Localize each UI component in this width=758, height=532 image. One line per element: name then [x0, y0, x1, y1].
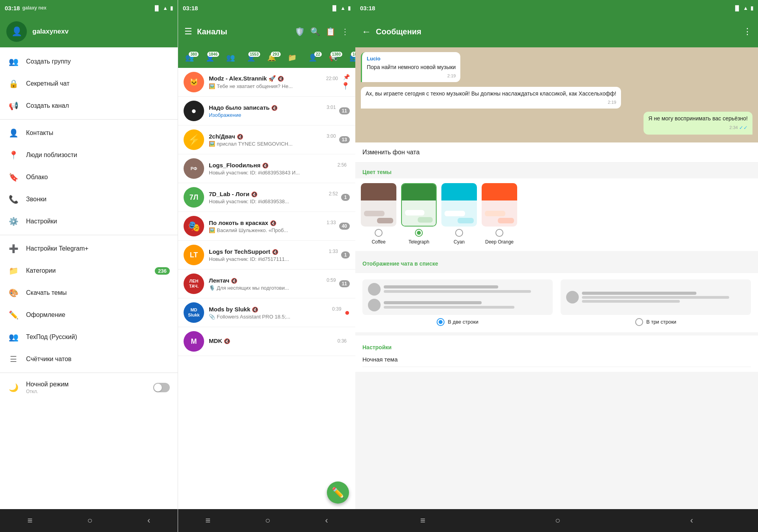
- channel-info-8: Лентач 🔇 0:59 🎙️ Для неспящих мы подгото…: [209, 277, 336, 291]
- sidebar-item-categories[interactable]: 📁 Категории 236: [0, 260, 178, 282]
- two-lines-radio[interactable]: [437, 318, 445, 326]
- cat-tab-1[interactable]: 👤 1846: [200, 51, 220, 64]
- swatch-radio-telegraph[interactable]: [415, 229, 423, 237]
- nav-circle-sidebar[interactable]: ○: [79, 512, 100, 529]
- cat-tab-7[interactable]: 📢 1380: [323, 51, 343, 64]
- preview-text-7: Новый участник: ID: #id7517111...: [209, 256, 289, 262]
- swatch-radio-cyan[interactable]: [455, 229, 463, 237]
- nav-back-messages[interactable]: ‹: [682, 512, 701, 529]
- theme-swatch-coffee[interactable]: Coffee: [361, 183, 396, 245]
- cat-tab-8[interactable]: 👥 1846: [344, 51, 355, 64]
- two-lines-preview: [362, 279, 553, 315]
- nav-home-messages[interactable]: ≡: [412, 512, 433, 529]
- fab-compose-channels[interactable]: ✏️: [327, 481, 349, 504]
- channels-more-icon[interactable]: ⋮: [341, 27, 349, 36]
- channel-item-7[interactable]: LT Logs for TechSupport 🔇 1:33 Новый уча…: [178, 241, 355, 270]
- nav-back-channels[interactable]: ‹: [317, 512, 336, 529]
- two-lines-preview-line-2: [384, 306, 514, 309]
- battery-icon-ch: ▮: [348, 5, 351, 11]
- swatch-radio-coffee[interactable]: [375, 229, 383, 237]
- messages-panel: 03:18 ▐▌ ▲ ▮ ← Сообщения ⋮ Lucio Пора на…: [355, 0, 758, 532]
- channels-menu-btn[interactable]: ☰: [184, 26, 192, 37]
- theme-swatch-cyan[interactable]: Cyan: [441, 183, 477, 245]
- swatch-radio-deep-orange[interactable]: [495, 229, 503, 237]
- cat-tab-6[interactable]: 👤 22: [303, 51, 323, 64]
- cat-tab-2[interactable]: 👥: [221, 51, 240, 64]
- nav-home-channels[interactable]: ≡: [197, 512, 218, 529]
- sidebar-item-telegram-plus[interactable]: ➕ Настройки Telegram+: [0, 238, 178, 260]
- sidebar-item-secret-chat[interactable]: 🔒 Секретный чат: [0, 73, 178, 95]
- sidebar-item-calls[interactable]: 📞 Звонки: [0, 188, 178, 210]
- sidebar-item-appearance[interactable]: ✏️ Оформление: [0, 304, 178, 326]
- channels-search-icon[interactable]: 🔍: [310, 27, 320, 36]
- channel-item-1[interactable]: 🐱 Modz - Alex.Strannik 🚀 🔇 22:00 🖼️ Тебе…: [178, 68, 355, 97]
- channel-item-3[interactable]: ⚡ 2ch/Двач 🔇 3:00 🖼️ прислал TYNEC SEMGO…: [178, 126, 355, 154]
- chat-list-option-three-lines[interactable]: В три строки: [561, 279, 751, 326]
- cat-tab-3[interactable]: 👤 1553: [241, 51, 261, 64]
- cat-tab-0[interactable]: 👥 380: [180, 51, 199, 64]
- chat-list-title: Отображение чата в списке: [355, 254, 758, 270]
- chat-list-option-two-lines[interactable]: В две строки: [362, 279, 553, 326]
- nearby-label: Люди поблизости: [26, 152, 77, 159]
- sidebar-item-settings[interactable]: ⚙️ Настройки: [0, 210, 178, 232]
- unread-badge-2: 11: [339, 107, 350, 114]
- sidebar-item-nearby[interactable]: 📍 Люди поблизости: [0, 144, 178, 166]
- three-lines-radio-row: В три строки: [635, 318, 676, 326]
- back-button[interactable]: ←: [362, 26, 371, 37]
- channel-item-5[interactable]: 7Л 7D_Lab - Логи 🔇 2:52 Новый участник: …: [178, 183, 355, 212]
- nav-home-sidebar[interactable]: ≡: [19, 512, 40, 529]
- swatch-preview-coffee: [361, 183, 396, 227]
- message-bubble-3: Я не могу воспринимать вас серьёзно! 2:3…: [644, 112, 752, 135]
- channel-item-8[interactable]: ЛЕНТАЧ. Лентач 🔇 0:59 🎙️ Для неспящих мы…: [178, 270, 355, 298]
- theme-swatch-deep-orange[interactable]: Deep Orange: [482, 183, 517, 245]
- msg-text-3: Я не могу воспринимать вас серьёзно!: [648, 115, 748, 123]
- channel-item-10[interactable]: M MDK 🔇 0:36: [178, 327, 355, 356]
- messages-more-icon[interactable]: ⋮: [743, 26, 752, 37]
- msg-time-1: 2:19: [367, 73, 456, 79]
- avatar-icon: 👤: [11, 26, 22, 37]
- preview-icon-9: 📎: [209, 314, 215, 320]
- time-messages: 03:18: [360, 5, 375, 11]
- channel-item-2[interactable]: ● Надо было записать 🔇 3:01 Изображение …: [178, 97, 355, 126]
- sidebar-item-chat-counters[interactable]: ☰ Счётчики чатов: [0, 348, 178, 370]
- swatch-bubble-in-deep-orange: [485, 211, 505, 216]
- swatch-label-deep-orange: Deep Orange: [485, 239, 514, 245]
- cat-tab-4[interactable]: 🔔 293: [262, 51, 281, 64]
- change-bg-row[interactable]: Изменить фон чата: [355, 142, 758, 163]
- two-lines-text-2: [384, 301, 547, 309]
- theme-swatch-telegraph[interactable]: Telegraph: [401, 183, 437, 245]
- channel-item-9[interactable]: MDSlukk Mods by Slukk 🔇 0:39 📎 Followers…: [178, 298, 355, 327]
- cat-tab-5[interactable]: 📁: [282, 51, 302, 64]
- battery-icon-msg: ▮: [750, 5, 753, 11]
- channel-item-6[interactable]: 🎭 По локоть в красках 🔇 1:33 🖼️ Василий …: [178, 212, 355, 241]
- channels-verified-icon[interactable]: 🛡️: [295, 27, 305, 36]
- swatch-bubble-in-coffee: [364, 211, 385, 216]
- sidebar-item-download-themes[interactable]: 🎨 Скачать темы: [0, 282, 178, 304]
- sidebar-item-create-group[interactable]: 👥 Создать группу: [0, 51, 178, 73]
- nav-back-sidebar[interactable]: ‹: [139, 512, 158, 529]
- avatar-emoji-3: ⚡: [187, 133, 201, 146]
- mini-settings-title: Настройки: [362, 340, 751, 352]
- sidebar-item-tech-support[interactable]: 👥 ТехПод (Русский): [0, 326, 178, 348]
- swatch-top-coffee: [361, 183, 396, 200]
- channel-avatar-7: LT: [184, 245, 204, 265]
- nav-circle-messages[interactable]: ○: [547, 512, 568, 529]
- night-theme-row[interactable]: Ночная тема: [362, 352, 751, 367]
- sidebar-item-cloud[interactable]: 🔖 Облако: [0, 166, 178, 188]
- night-mode-toggle[interactable]: [153, 383, 170, 392]
- msg-check-3: ✓✓: [739, 124, 748, 131]
- sidebar-item-create-channel[interactable]: 📢 Создать канал: [0, 95, 178, 117]
- swatch-top-telegraph: [402, 184, 436, 200]
- channel-info-10: MDK 🔇 0:36: [209, 337, 347, 345]
- time-channels: 03:18: [183, 5, 198, 11]
- channel-name-1: Modz - Alex.Strannik 🚀 🔇: [209, 75, 284, 82]
- channel-item-4[interactable]: РФ Logs_Floodильня 🔇 2:56 Новый участник…: [178, 154, 355, 183]
- chat-background: Lucio Пора найти немного новой музыки 2:…: [355, 47, 758, 142]
- channels-folder-icon[interactable]: 📋: [326, 27, 336, 36]
- sidebar-item-night-mode[interactable]: 🌙 Ночной режим Откл.: [0, 375, 178, 400]
- nav-circle-channels[interactable]: ○: [257, 512, 278, 529]
- three-lines-radio[interactable]: [635, 318, 643, 326]
- sidebar-item-contacts[interactable]: 👤 Контакты: [0, 122, 178, 144]
- pin-icon-1: 📌: [343, 74, 350, 80]
- channel-info-6: По локоть в красках 🔇 1:33 🖼️ Василий Шу…: [209, 219, 336, 233]
